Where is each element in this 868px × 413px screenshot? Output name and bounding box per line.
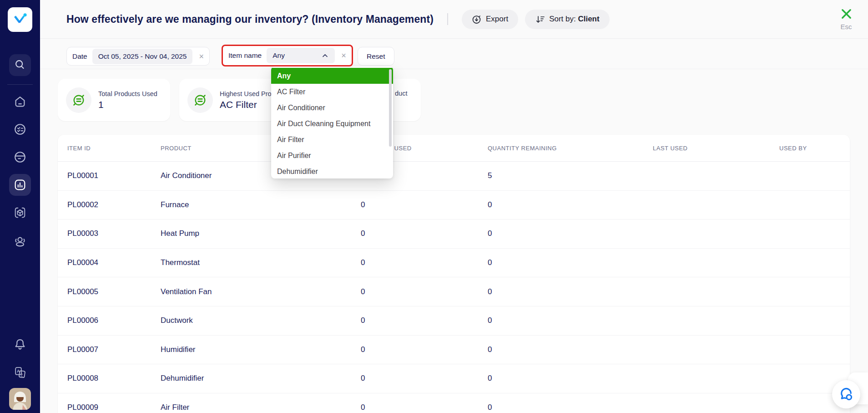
table-row: PL00006Ductwork00 — [58, 306, 850, 336]
item-name-filter-clear-icon[interactable]: × — [341, 51, 346, 60]
close-icon — [841, 8, 852, 20]
item-name-filter-label: Item name — [228, 51, 262, 60]
close-button[interactable]: Esc — [833, 8, 860, 31]
card-value: 1 — [98, 99, 157, 110]
cell-quantity-used: 0 — [361, 258, 488, 267]
cell-item-id: PL00001 — [67, 171, 161, 180]
chat-search-icon — [839, 387, 853, 402]
search-icon — [13, 58, 27, 72]
sidebar-item-home[interactable] — [9, 91, 31, 112]
profile-avatar[interactable] — [9, 388, 31, 410]
dropdown-option[interactable]: Dehumidifier — [271, 163, 393, 178]
chat-support-button[interactable] — [832, 380, 860, 408]
cell-quantity-used: 0 — [361, 200, 488, 209]
column-header: USED BY — [779, 145, 850, 152]
date-filter-label: Date — [72, 52, 87, 61]
language-button[interactable]: A ع — [9, 362, 31, 383]
sidebar-item-products[interactable] — [9, 202, 31, 224]
notifications-button[interactable] — [9, 333, 31, 355]
cell-quantity-used: 0 — [361, 316, 488, 325]
cell-product: Ventilation Fan — [161, 287, 361, 296]
filter-bar: Date Oct 05, 2025 - Nov 04, 2025 × Item … — [40, 39, 868, 69]
table-row: PL00002Furnace00 — [58, 191, 850, 220]
cell-quantity-remaining: 0 — [488, 229, 653, 238]
chevron-up-icon — [321, 52, 329, 60]
cell-product: Air Filter — [161, 403, 361, 412]
cell-item-id: PL00005 — [67, 287, 161, 296]
sort-label: Sort by: Client — [549, 15, 600, 24]
cell-quantity-used: 0 — [361, 345, 488, 354]
esc-hint: Esc — [833, 23, 860, 31]
table-header-row: ITEM IDPRODUCTQUANTITY USEDQUANTITY REMA… — [58, 135, 850, 162]
cell-quantity-used: 0 — [361, 403, 488, 412]
sidebar: A ع — [0, 0, 40, 413]
table-row: PL00005Ventilation Fan00 — [58, 277, 850, 306]
sidebar-item-inventory[interactable] — [9, 146, 31, 168]
sort-by-button[interactable]: Sort by: Client — [525, 10, 610, 29]
home-icon — [13, 95, 27, 108]
analytics-icon — [13, 178, 27, 192]
cell-product: Humidifier — [161, 345, 361, 354]
column-header: ITEM ID — [67, 145, 161, 152]
reset-filters-button[interactable]: Reset — [358, 47, 394, 66]
date-filter-chip[interactable]: Date Oct 05, 2025 - Nov 04, 2025 × — [66, 47, 210, 66]
sidebar-divider — [7, 84, 33, 85]
app-logo[interactable] — [8, 7, 32, 32]
cell-quantity-remaining: 5 — [488, 171, 653, 180]
cell-item-id: PL00004 — [67, 258, 161, 267]
sidebar-item-team[interactable] — [9, 229, 31, 251]
product-coin-icon — [66, 87, 91, 113]
dropdown-option[interactable]: Air Conditioner — [271, 100, 393, 116]
cell-quantity-remaining: 0 — [488, 345, 653, 354]
item-name-filter-chip[interactable]: Item name Any × — [222, 45, 353, 66]
date-filter-clear-icon[interactable]: × — [199, 52, 204, 61]
column-header: LAST USED — [653, 145, 779, 152]
cell-quantity-used: 0 — [361, 287, 488, 296]
table-row: PL00009Air Filter00 — [58, 393, 850, 413]
page-title: How effectively are we managing our inve… — [66, 13, 434, 25]
bell-icon — [13, 337, 27, 351]
dropdown-options: AnyAC FilterAir ConditionerAir Duct Clea… — [271, 68, 393, 178]
export-download-icon — [472, 15, 481, 24]
logo-m-icon — [11, 11, 29, 28]
column-header: QUANTITY REMAINING — [488, 145, 653, 152]
item-name-dropdown-menu: AnyAC FilterAir ConditionerAir Duct Clea… — [271, 66, 393, 178]
cell-quantity-remaining: 0 — [488, 200, 653, 209]
cell-product: Furnace — [161, 200, 361, 209]
app-root: A ع How effectively — [0, 0, 868, 413]
cell-quantity-remaining: 0 — [488, 316, 653, 325]
tasks-icon — [13, 122, 27, 136]
cell-quantity-used: 0 — [361, 374, 488, 383]
card-label-tail: duct — [395, 90, 407, 97]
card-label: Total Products Used — [98, 90, 157, 97]
sidebar-search-button[interactable] — [9, 54, 31, 76]
dropdown-scrollbar[interactable] — [389, 69, 392, 147]
cell-quantity-remaining: 0 — [488, 374, 653, 383]
dropdown-option[interactable]: AC Filter — [271, 84, 393, 100]
cell-item-id: PL00008 — [67, 374, 161, 383]
sidebar-bottom: A ع — [9, 333, 31, 413]
avatar-photo — [9, 388, 31, 410]
cell-item-id: PL00006 — [67, 316, 161, 325]
item-name-select[interactable]: Any — [267, 48, 335, 63]
sidebar-item-tasks[interactable] — [9, 118, 31, 140]
summary-cards: Total Products Used 1 Highest Used Produ… — [40, 79, 868, 121]
date-filter-value[interactable]: Oct 05, 2025 - Nov 04, 2025 — [92, 49, 193, 64]
dropdown-option[interactable]: Air Purifier — [271, 148, 393, 163]
package-icon — [13, 206, 27, 219]
cell-item-id: PL00007 — [67, 345, 161, 354]
inventory-icon — [13, 150, 27, 164]
product-coin-icon — [187, 87, 213, 113]
card-total-products-used: Total Products Used 1 — [58, 79, 170, 121]
cell-quantity-remaining: 0 — [488, 403, 653, 412]
dropdown-option[interactable]: Air Filter — [271, 132, 393, 148]
sidebar-item-analytics[interactable] — [9, 174, 31, 196]
cell-product: Heat Pump — [161, 229, 361, 238]
cell-product: Dehumidifier — [161, 374, 361, 383]
dropdown-option[interactable]: Any — [271, 68, 393, 84]
table-row: PL00004Thermostat00 — [58, 249, 850, 278]
dropdown-option[interactable]: Air Duct Cleaning Equipment — [271, 116, 393, 132]
export-button[interactable]: Export — [462, 10, 518, 29]
table-row: PL00001Air Conditioner05 — [58, 162, 850, 191]
cell-quantity-remaining: 0 — [488, 287, 653, 296]
